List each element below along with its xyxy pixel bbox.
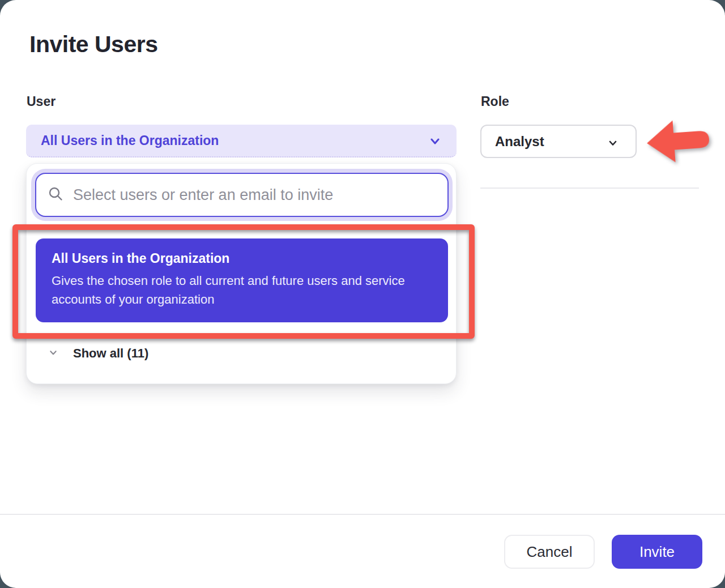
cancel-button[interactable]: Cancel — [504, 535, 595, 569]
user-dropdown-panel: All Users in the Organization Gives the … — [26, 163, 457, 384]
user-select[interactable]: All Users in the Organization — [26, 125, 457, 157]
user-search-box[interactable] — [35, 173, 449, 217]
option-description: Gives the chosen role to all current and… — [52, 271, 432, 309]
invite-users-modal: Invite Users User Role All Users in the … — [0, 0, 725, 588]
invite-button[interactable]: Invite — [612, 535, 702, 569]
user-search-input[interactable] — [73, 186, 436, 204]
chevron-down-icon — [606, 136, 620, 152]
role-section-divider — [480, 188, 699, 189]
chevron-down-icon — [47, 346, 59, 361]
footer-divider — [0, 514, 725, 515]
search-icon — [48, 186, 63, 204]
show-all-label: Show all (11) — [73, 346, 148, 361]
user-select-value: All Users in the Organization — [41, 133, 219, 148]
option-all-users-in-organization[interactable]: All Users in the Organization Gives the … — [36, 238, 448, 322]
page-title: Invite Users — [29, 31, 157, 58]
chevron-down-icon — [428, 134, 442, 150]
option-title: All Users in the Organization — [52, 251, 432, 266]
role-field-label: Role — [481, 94, 509, 109]
red-arrow-icon — [643, 113, 713, 169]
role-select[interactable]: Analyst — [480, 125, 637, 158]
user-field-label: User — [27, 94, 56, 109]
show-all-toggle[interactable]: Show all (11) — [47, 346, 148, 361]
role-select-value: Analyst — [495, 134, 544, 150]
